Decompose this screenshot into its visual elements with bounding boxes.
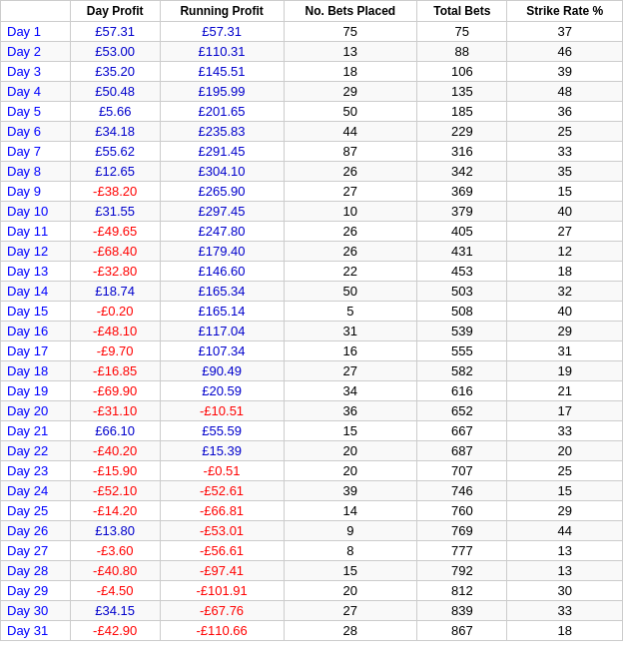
running-profit: £110.31 bbox=[160, 42, 284, 62]
table-row: Day 10£31.55£297.451037940 bbox=[1, 202, 623, 222]
running-profit: £165.14 bbox=[160, 302, 284, 322]
day-profit: -£14.20 bbox=[70, 501, 160, 521]
total-bets: 687 bbox=[417, 441, 507, 461]
bets-placed: 8 bbox=[284, 541, 417, 561]
day-profit: -£38.20 bbox=[70, 182, 160, 202]
running-profit: £165.34 bbox=[160, 282, 284, 302]
table-row: Day 16-£48.10£117.043153929 bbox=[1, 322, 623, 341]
running-profit: -£67.76 bbox=[160, 601, 284, 621]
total-bets: 135 bbox=[417, 82, 507, 102]
table-row: Day 28-£40.80-£97.411579213 bbox=[1, 561, 623, 581]
running-profit: -£97.41 bbox=[160, 561, 284, 581]
table-row: Day 2£53.00£110.31138846 bbox=[1, 42, 623, 62]
table-row: Day 26£13.80-£53.01976944 bbox=[1, 521, 623, 541]
total-bets: 316 bbox=[417, 142, 507, 162]
table-row: Day 29-£4.50-£101.912081230 bbox=[1, 581, 623, 601]
bets-placed: 26 bbox=[284, 242, 417, 262]
bets-placed: 50 bbox=[284, 102, 417, 122]
total-bets: 379 bbox=[417, 202, 507, 222]
table-row: Day 8£12.65£304.102634235 bbox=[1, 162, 623, 182]
bets-placed: 75 bbox=[284, 22, 417, 42]
table-row: Day 14£18.74£165.345050332 bbox=[1, 282, 623, 302]
strike-rate: 19 bbox=[507, 361, 623, 381]
day-label: Day 31 bbox=[1, 621, 71, 641]
total-bets: 769 bbox=[417, 521, 507, 541]
strike-rate: 29 bbox=[507, 322, 623, 341]
day-profit: £31.55 bbox=[70, 202, 160, 222]
total-bets: 777 bbox=[417, 541, 507, 561]
table-row: Day 21£66.10£55.591566733 bbox=[1, 421, 623, 441]
day-profit: -£31.10 bbox=[70, 401, 160, 421]
bets-placed: 14 bbox=[284, 501, 417, 521]
day-profit: -£9.70 bbox=[70, 341, 160, 361]
total-bets: 760 bbox=[417, 501, 507, 521]
total-bets: 539 bbox=[417, 322, 507, 341]
bets-placed: 18 bbox=[284, 62, 417, 82]
day-label: Day 2 bbox=[1, 42, 71, 62]
bets-placed: 15 bbox=[284, 421, 417, 441]
bets-placed: 50 bbox=[284, 282, 417, 302]
table-row: Day 22-£40.20£15.392068720 bbox=[1, 441, 623, 461]
day-profit: -£48.10 bbox=[70, 322, 160, 341]
table-row: Day 15-£0.20£165.14550840 bbox=[1, 302, 623, 322]
table-row: Day 19-£69.90£20.593461621 bbox=[1, 381, 623, 401]
bets-placed: 20 bbox=[284, 441, 417, 461]
strike-rate: 20 bbox=[507, 441, 623, 461]
strike-rate: 40 bbox=[507, 302, 623, 322]
table-row: Day 25-£14.20-£66.811476029 bbox=[1, 501, 623, 521]
day-label: Day 10 bbox=[1, 202, 71, 222]
table-row: Day 1£57.31£57.31757537 bbox=[1, 22, 623, 42]
strike-rate: 48 bbox=[507, 82, 623, 102]
day-label: Day 4 bbox=[1, 82, 71, 102]
day-label: Day 7 bbox=[1, 142, 71, 162]
table-row: Day 12-£68.40£179.402643112 bbox=[1, 242, 623, 262]
bets-placed: 87 bbox=[284, 142, 417, 162]
total-bets: 652 bbox=[417, 401, 507, 421]
day-profit: £66.10 bbox=[70, 421, 160, 441]
total-bets: 369 bbox=[417, 182, 507, 202]
strike-rate: 17 bbox=[507, 401, 623, 421]
day-profit: £13.80 bbox=[70, 521, 160, 541]
running-profit: £146.60 bbox=[160, 262, 284, 282]
strike-rate: 18 bbox=[507, 262, 623, 282]
day-profit: -£15.90 bbox=[70, 461, 160, 481]
total-bets: 746 bbox=[417, 481, 507, 501]
strike-rate: 25 bbox=[507, 461, 623, 481]
strike-rate: 39 bbox=[507, 62, 623, 82]
column-header-4: Total Bets bbox=[417, 1, 507, 22]
total-bets: 508 bbox=[417, 302, 507, 322]
running-profit: -£0.51 bbox=[160, 461, 284, 481]
total-bets: 88 bbox=[417, 42, 507, 62]
day-profit: £18.74 bbox=[70, 282, 160, 302]
day-profit: -£42.90 bbox=[70, 621, 160, 641]
column-header-3: No. Bets Placed bbox=[284, 1, 417, 22]
bets-placed: 16 bbox=[284, 341, 417, 361]
day-profit: £53.00 bbox=[70, 42, 160, 62]
running-profit: £20.59 bbox=[160, 381, 284, 401]
table-row: Day 11-£49.65£247.802640527 bbox=[1, 222, 623, 242]
total-bets: 106 bbox=[417, 62, 507, 82]
day-label: Day 24 bbox=[1, 481, 71, 501]
day-profit: £34.15 bbox=[70, 601, 160, 621]
strike-rate: 33 bbox=[507, 142, 623, 162]
total-bets: 792 bbox=[417, 561, 507, 581]
running-profit: £201.65 bbox=[160, 102, 284, 122]
total-bets: 812 bbox=[417, 581, 507, 601]
table-row: Day 17-£9.70£107.341655531 bbox=[1, 341, 623, 361]
day-profit: -£16.85 bbox=[70, 361, 160, 381]
bets-placed: 36 bbox=[284, 401, 417, 421]
running-profit: -£53.01 bbox=[160, 521, 284, 541]
bets-placed: 22 bbox=[284, 262, 417, 282]
day-label: Day 30 bbox=[1, 601, 71, 621]
profit-table: Day ProfitRunning ProfitNo. Bets PlacedT… bbox=[0, 0, 623, 641]
day-label: Day 29 bbox=[1, 581, 71, 601]
running-profit: £247.80 bbox=[160, 222, 284, 242]
strike-rate: 31 bbox=[507, 341, 623, 361]
day-profit: -£40.80 bbox=[70, 561, 160, 581]
total-bets: 229 bbox=[417, 122, 507, 142]
column-header-0 bbox=[1, 1, 71, 22]
day-profit: -£69.90 bbox=[70, 381, 160, 401]
strike-rate: 13 bbox=[507, 541, 623, 561]
table-row: Day 3£35.20£145.511810639 bbox=[1, 62, 623, 82]
strike-rate: 36 bbox=[507, 102, 623, 122]
